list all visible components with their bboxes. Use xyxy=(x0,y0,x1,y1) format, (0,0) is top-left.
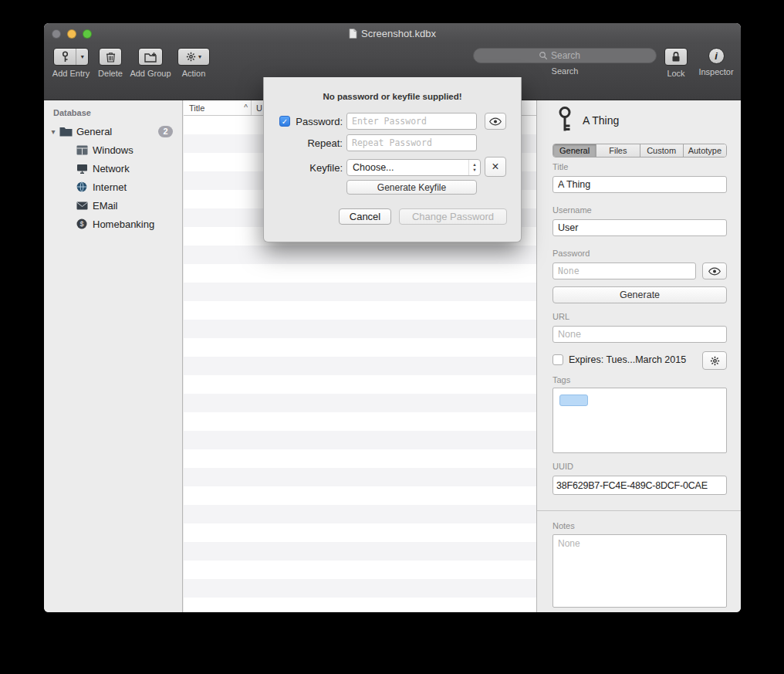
sidebar-item-homebanking[interactable]: $ Homebanking xyxy=(44,215,182,233)
inspector-toolbar-item: i Inspector xyxy=(696,48,736,76)
tab-custom[interactable]: Custom xyxy=(640,144,684,157)
trash-icon xyxy=(106,51,116,63)
clear-keyfile-button[interactable]: × xyxy=(485,157,506,177)
expires-settings-button[interactable] xyxy=(702,351,727,370)
envelope-icon xyxy=(75,202,89,210)
sheet-password-label: Password: xyxy=(296,116,343,127)
zoom-window-button[interactable] xyxy=(83,29,92,39)
expires-checkbox[interactable] xyxy=(553,354,563,365)
sheet-repeat-input[interactable] xyxy=(346,134,477,151)
sheet-show-password-button[interactable] xyxy=(485,113,506,130)
app-window: Screenshot.kdbx ▾ Add Entry Delete xyxy=(44,23,741,612)
info-icon: i xyxy=(715,50,718,62)
add-entry-dropdown-arrow[interactable]: ▾ xyxy=(76,49,88,65)
coin-icon: $ xyxy=(75,218,89,229)
title-field-label: Title xyxy=(553,162,568,171)
uuid-field[interactable] xyxy=(553,476,727,495)
expires-label: Expires: Tues...March 2015 xyxy=(569,354,686,365)
column-header-username[interactable]: U xyxy=(252,103,262,113)
chevron-down-icon: ▾ xyxy=(81,54,84,60)
action-label: Action xyxy=(182,69,206,78)
titlebar[interactable]: Screenshot.kdbx xyxy=(44,23,741,44)
inspector-button[interactable]: i xyxy=(708,48,725,64)
search-toolbar-item: Search xyxy=(473,48,657,76)
lock-label: Lock xyxy=(667,69,684,78)
sidebar-item-label: EMail xyxy=(93,200,118,212)
lock-icon xyxy=(671,51,681,63)
url-field[interactable] xyxy=(553,326,727,343)
add-entry-toolbar-item: ▾ Add Entry xyxy=(49,48,93,78)
tab-general[interactable]: General xyxy=(553,144,596,157)
window-title-text: Screenshot.kdbx xyxy=(361,28,436,39)
sidebar-item-label: General xyxy=(76,126,112,137)
sort-ascending-icon: ^ xyxy=(244,103,248,112)
username-field[interactable] xyxy=(553,219,727,236)
generate-password-button[interactable]: Generate xyxy=(553,286,727,303)
notes-field[interactable] xyxy=(553,534,727,608)
document-icon xyxy=(349,29,357,39)
disclosure-triangle-icon[interactable]: ▾ xyxy=(48,127,59,136)
add-group-button[interactable] xyxy=(138,48,163,66)
sheet-repeat-label: Repeat: xyxy=(307,137,343,149)
screen-background: Screenshot.kdbx ▾ Add Entry Delete xyxy=(0,0,784,674)
check-icon: ✓ xyxy=(282,117,288,126)
sidebar-item-internet[interactable]: Internet xyxy=(44,178,182,196)
sidebar-item-label: Windows xyxy=(93,144,133,156)
sidebar: Database ▾ General 2 Windows xyxy=(44,100,183,612)
generate-keyfile-button[interactable]: Generate Keyfile xyxy=(346,180,477,195)
tag-chip[interactable] xyxy=(559,395,588,406)
gear-icon xyxy=(710,356,720,366)
add-entry-label: Add Entry xyxy=(52,69,90,78)
password-field[interactable] xyxy=(553,262,696,279)
tab-files[interactable]: Files xyxy=(596,144,640,157)
search-input[interactable] xyxy=(551,50,591,61)
title-field[interactable] xyxy=(553,176,727,193)
column-header-title[interactable]: Title ^ xyxy=(184,100,252,115)
sidebar-item-label: Network xyxy=(93,163,130,174)
sidebar-section-header: Database xyxy=(44,107,182,122)
keyfile-popup[interactable]: Choose... ▲ ▼ xyxy=(346,159,481,176)
tab-autotype[interactable]: Autotype xyxy=(684,144,726,157)
password-field-label: Password xyxy=(553,249,590,258)
chevron-down-icon: ▾ xyxy=(198,54,201,60)
username-field-label: Username xyxy=(553,205,592,215)
search-label: Search xyxy=(552,66,579,76)
window-title: Screenshot.kdbx xyxy=(349,28,436,39)
key-icon xyxy=(555,106,575,136)
sheet-message: No password or keyfile supplied! xyxy=(264,92,521,101)
key-plus-icon xyxy=(54,49,76,65)
folder-plus-icon xyxy=(144,52,157,63)
password-checkbox[interactable]: ✓ xyxy=(279,116,290,127)
globe-icon xyxy=(75,181,89,192)
windows-icon xyxy=(75,145,89,155)
change-password-button[interactable]: Change Password xyxy=(399,208,507,225)
folder-icon xyxy=(59,127,73,137)
notes-field-label: Notes xyxy=(553,521,575,530)
action-toolbar-item: ▾ Action xyxy=(177,48,211,78)
close-window-button[interactable] xyxy=(52,29,61,39)
sidebar-item-label: Homebanking xyxy=(93,218,154,230)
gear-icon xyxy=(186,52,196,62)
search-field[interactable] xyxy=(473,48,657,63)
cancel-button[interactable]: Cancel xyxy=(339,208,391,225)
lock-toolbar-item: Lock xyxy=(662,48,690,78)
delete-button[interactable] xyxy=(99,48,122,66)
minimize-window-button[interactable] xyxy=(67,29,76,39)
popup-stepper-icon: ▲ ▼ xyxy=(468,160,480,175)
inspector-divider xyxy=(537,510,741,511)
sidebar-item-email[interactable]: EMail xyxy=(44,196,182,215)
svg-text:$: $ xyxy=(79,220,83,228)
traffic-lights xyxy=(52,29,92,39)
lock-button[interactable] xyxy=(664,48,688,66)
add-group-label: Add Group xyxy=(130,69,171,78)
add-entry-button[interactable]: ▾ xyxy=(53,48,89,66)
show-password-button[interactable] xyxy=(702,262,727,279)
sidebar-item-windows[interactable]: Windows xyxy=(44,141,182,159)
eye-icon xyxy=(708,267,721,276)
tags-box[interactable] xyxy=(553,388,727,453)
sidebar-item-network[interactable]: Network xyxy=(44,159,182,178)
url-field-label: URL xyxy=(553,312,569,321)
action-button[interactable]: ▾ xyxy=(177,48,210,66)
sheet-password-input[interactable] xyxy=(346,113,477,130)
sidebar-item-general[interactable]: ▾ General 2 xyxy=(44,122,182,141)
